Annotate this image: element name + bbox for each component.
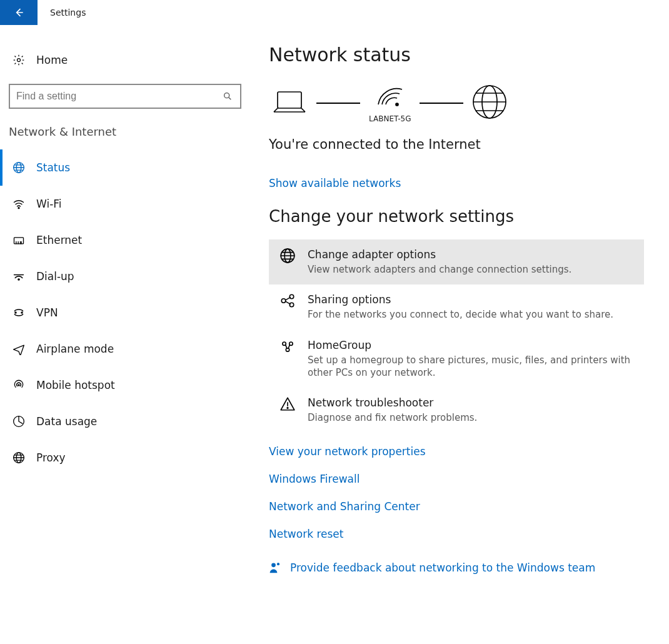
sidebar-item-airplane-mode[interactable]: Airplane mode — [0, 331, 250, 367]
homegroup-icon — [279, 340, 296, 353]
sidebar-item-label: Mobile hotspot — [36, 379, 115, 391]
right-pane: Network status LABNET-5G You're connecte… — [250, 25, 669, 644]
sidebar-item-label: Data usage — [36, 415, 97, 428]
sidebar-item-label: Dial-up — [36, 270, 74, 283]
sidebar-item-wi-fi[interactable]: Wi-Fi — [0, 186, 250, 222]
setting-card-network-troubleshooter[interactable]: Network troubleshooterDiagnose and fix n… — [269, 388, 644, 433]
vpn-icon — [13, 306, 25, 319]
laptop-icon — [271, 88, 308, 118]
home-label: Home — [36, 54, 68, 66]
sidebar-item-mobile-hotspot[interactable]: Mobile hotspot — [0, 367, 250, 403]
card-desc: For the networks you connect to, decide … — [308, 308, 613, 321]
globe-icon — [472, 84, 507, 122]
setting-card-homegroup[interactable]: HomeGroupSet up a homegroup to share pic… — [269, 330, 644, 388]
link-windows-firewall[interactable]: Windows Firewall — [269, 473, 644, 485]
feedback-label: Provide feedback about networking to the… — [290, 561, 595, 574]
sidebar-item-data-usage[interactable]: Data usage — [0, 403, 250, 440]
diagram-line — [420, 103, 463, 104]
card-title: Sharing options — [308, 293, 613, 306]
globe-icon — [279, 249, 296, 262]
network-name-label: LABNET-5G — [369, 114, 411, 123]
titlebar: Settings — [0, 0, 669, 25]
sidebar-item-label: Proxy — [36, 451, 66, 464]
sidebar-item-status[interactable]: Status — [0, 149, 250, 186]
search-box[interactable] — [9, 84, 241, 109]
show-networks-link[interactable]: Show available networks — [269, 177, 401, 189]
card-title: Change adapter options — [308, 248, 571, 261]
setting-card-change-adapter-options[interactable]: Change adapter optionsView network adapt… — [269, 239, 644, 284]
card-desc: Diagnose and fix network problems. — [308, 411, 477, 424]
page-title: Network status — [269, 44, 644, 66]
setting-card-sharing-options[interactable]: Sharing optionsFor the networks you conn… — [269, 284, 644, 330]
sidebar-item-label: Wi-Fi — [36, 198, 62, 210]
back-button[interactable] — [0, 0, 38, 25]
feedback-link[interactable]: Provide feedback about networking to the… — [269, 561, 644, 574]
svg-point-0 — [18, 59, 21, 62]
ethernet-icon — [13, 234, 25, 246]
hotspot-icon — [13, 379, 25, 391]
gear-icon — [13, 54, 25, 66]
window-title: Settings — [50, 8, 86, 18]
sidebar-item-label: Ethernet — [36, 234, 82, 246]
wifi-signal-icon — [375, 99, 406, 111]
network-diagram: LABNET-5G — [271, 83, 644, 123]
link-view-your-network-properties[interactable]: View your network properties — [269, 445, 644, 458]
svg-point-7 — [277, 563, 279, 565]
subheading: Change your network settings — [269, 207, 644, 226]
link-network-and-sharing-center[interactable]: Network and Sharing Center — [269, 500, 644, 513]
globe-icon — [13, 161, 25, 174]
card-desc: View network adapters and change connect… — [308, 263, 571, 276]
card-title: HomeGroup — [308, 339, 633, 351]
sidebar-item-proxy[interactable]: Proxy — [0, 440, 250, 476]
back-arrow-icon — [13, 6, 25, 19]
side-nav: StatusWi-FiEthernetDial-upVPNAirplane mo… — [0, 149, 250, 476]
svg-point-6 — [271, 563, 276, 568]
svg-point-1 — [224, 93, 229, 98]
share-icon — [279, 294, 296, 307]
sidebar-item-label: Airplane mode — [36, 343, 114, 355]
feedback-icon — [269, 561, 281, 574]
links-block: View your network propertiesWindows Fire… — [269, 445, 644, 540]
wifi-icon — [13, 198, 25, 210]
datausage-icon — [13, 415, 25, 428]
section-header: Network & Internet — [0, 125, 250, 138]
left-pane: Home Network & Internet StatusWi-FiEther… — [0, 25, 250, 644]
warning-icon — [279, 398, 296, 410]
sidebar-item-dial-up[interactable]: Dial-up — [0, 258, 250, 294]
search-icon — [221, 90, 234, 103]
link-network-reset[interactable]: Network reset — [269, 528, 644, 540]
card-desc: Set up a homegroup to share pictures, mu… — [308, 354, 633, 380]
search-input[interactable] — [16, 91, 221, 102]
sidebar-item-vpn[interactable]: VPN — [0, 294, 250, 331]
airplane-icon — [13, 343, 25, 355]
sidebar-item-ethernet[interactable]: Ethernet — [0, 222, 250, 258]
globe-icon — [13, 451, 25, 464]
card-title: Network troubleshooter — [308, 396, 477, 409]
svg-point-3 — [396, 103, 398, 106]
diagram-line — [316, 103, 360, 104]
sidebar-item-label: VPN — [36, 306, 58, 319]
settings-cards: Change adapter optionsView network adapt… — [269, 239, 644, 433]
home-nav[interactable]: Home — [0, 44, 250, 76]
sidebar-item-label: Status — [36, 161, 70, 174]
dialup-icon — [13, 270, 25, 283]
svg-rect-2 — [278, 92, 301, 108]
connection-status: You're connected to the Internet — [269, 137, 644, 152]
